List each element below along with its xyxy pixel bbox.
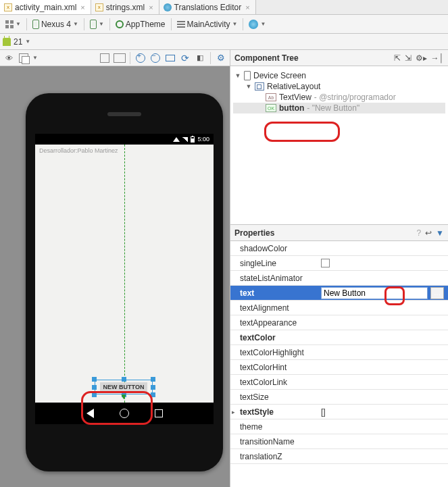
- ellipsis-button[interactable]: …: [430, 287, 444, 299]
- prop-row-textcolorhighlight[interactable]: textColorHighlight: [230, 345, 448, 360]
- xml-icon: x: [95, 3, 103, 11]
- checkbox[interactable]: [321, 259, 330, 267]
- device-label: Nexus 4: [41, 20, 71, 29]
- device-icon: [244, 71, 251, 80]
- tab-label: strings.xml: [106, 3, 145, 12]
- panel-title: Component Tree: [234, 53, 299, 63]
- prop-row-textsize[interactable]: textSize: [230, 390, 448, 405]
- filter-icon[interactable]: ▼: [436, 228, 444, 238]
- tree-label: TextView: [279, 93, 312, 102]
- prop-row-singleline[interactable]: singleLine: [230, 256, 448, 271]
- prop-row-textalignment[interactable]: textAlignment: [230, 301, 448, 315]
- component-tree[interactable]: ▼ Device Screen ▼ RelativeLayout Ab Text…: [230, 66, 448, 118]
- device-dd[interactable]: Nexus 4▼: [30, 18, 81, 30]
- prop-row-textstyle[interactable]: ▸textStyle[]: [230, 405, 448, 419]
- tree-label: Device Screen: [253, 71, 306, 80]
- tree-ref: - @string/programador: [314, 93, 396, 102]
- zoom-out-button[interactable]: [149, 52, 161, 64]
- gear-icon[interactable]: ⚙: [215, 52, 227, 64]
- close-icon[interactable]: ×: [147, 3, 154, 11]
- viewport-button[interactable]: [114, 52, 126, 64]
- prop-row-textcolor[interactable]: textColor: [230, 330, 448, 345]
- signal-icon: [182, 137, 188, 142]
- api-label: 21: [14, 37, 22, 47]
- api-toolbar: 21▼: [0, 34, 448, 50]
- prop-row-textcolorlink[interactable]: textColorLink: [230, 375, 448, 390]
- wifi-icon: [173, 137, 180, 142]
- tab-label: Translations Editor: [174, 3, 242, 12]
- prop-row-transitionname[interactable]: transitionName: [230, 434, 448, 449]
- component-tree-header: Component Tree ⇱ ⇲ ⚙▸ →│: [230, 50, 448, 66]
- grid-icon: [5, 20, 14, 28]
- button-icon: OK: [266, 104, 276, 112]
- file-tab-translations[interactable]: Translations Editor ×: [159, 0, 256, 14]
- tree-row-device[interactable]: ▼ Device Screen: [233, 70, 445, 81]
- zoom-in-button[interactable]: [134, 52, 147, 64]
- home-icon[interactable]: [120, 409, 129, 418]
- prop-row-text[interactable]: text …: [230, 286, 448, 301]
- phone-icon: [32, 20, 39, 29]
- tree-row-layout[interactable]: ▼ RelativeLayout: [233, 81, 445, 92]
- locale-dd[interactable]: ▼: [246, 18, 268, 30]
- orientation-dd[interactable]: ▼: [87, 18, 107, 30]
- device-screen[interactable]: 5:00 Desarrollador:Pablo Martinez NEW BU…: [35, 134, 214, 424]
- activity-label: MainActivity: [187, 20, 230, 29]
- prop-row-translationz[interactable]: translationZ: [230, 449, 448, 464]
- tree-row-textview[interactable]: Ab TextView - @string/programador: [233, 92, 445, 103]
- properties-list[interactable]: shadowColor singleLine stateListAnimator…: [230, 241, 448, 487]
- android-navbar: [35, 403, 214, 424]
- design-canvas[interactable]: 5:00 Desarrollador:Pablo Martinez NEW BU…: [0, 66, 230, 487]
- theme-icon: [116, 20, 124, 28]
- file-tab-strings[interactable]: x strings.xml ×: [91, 0, 159, 14]
- prop-row-theme[interactable]: theme: [230, 419, 448, 434]
- refresh-button[interactable]: ⟳: [179, 52, 191, 64]
- properties-header: Properties ? ↩ ▼: [230, 225, 448, 241]
- textstyle-value: []: [317, 407, 448, 417]
- undo-icon[interactable]: ↩: [425, 228, 432, 238]
- guideline: [124, 145, 125, 403]
- tree-ref: - "New Button": [307, 103, 359, 113]
- annotation-box: [264, 122, 340, 142]
- recents-icon[interactable]: [155, 409, 163, 417]
- activity-dd[interactable]: MainActivity▼: [174, 18, 241, 30]
- screenshot-button[interactable]: ◧: [194, 52, 206, 64]
- prop-row-shadowcolor[interactable]: shadowColor: [230, 241, 448, 256]
- globe-icon: [249, 20, 258, 29]
- tree-row-button[interactable]: OK button - "New Button": [233, 103, 445, 113]
- zoom-fit-button[interactable]: [164, 52, 176, 64]
- layers-icon[interactable]: [18, 52, 30, 64]
- close-icon[interactable]: ×: [244, 3, 251, 11]
- help-icon[interactable]: ?: [416, 228, 421, 238]
- layout-icon: [255, 82, 264, 91]
- inspect-button[interactable]: [99, 52, 111, 64]
- design-toolbar: ▼ Nexus 4▼ ▼ AppTheme MainActivity▼ ▼: [0, 15, 448, 34]
- gear-icon[interactable]: ⚙▸: [416, 53, 427, 63]
- prop-row-textappearance[interactable]: textAppearance: [230, 315, 448, 330]
- prop-row-textcolorhint[interactable]: textColorHint: [230, 360, 448, 375]
- file-tab-bar: x activity_main.xml × x strings.xml × Tr…: [0, 0, 448, 15]
- android-icon: [3, 38, 11, 46]
- prop-row-statelistanimator[interactable]: stateListAnimator: [230, 271, 448, 286]
- expand-icon[interactable]: ⇱: [394, 53, 401, 63]
- textview-icon: Ab: [266, 93, 276, 101]
- palette-dd[interactable]: ▼: [3, 19, 24, 30]
- battery-icon: [191, 136, 195, 143]
- tab-label: activity_main.xml: [15, 3, 76, 12]
- back-icon[interactable]: [86, 409, 94, 418]
- button-preview-selected[interactable]: NEW BUTTON ▼: [95, 380, 153, 394]
- theme-label: AppTheme: [126, 20, 166, 29]
- xml-icon: x: [4, 3, 12, 11]
- eye-icon[interactable]: 👁: [3, 52, 15, 64]
- globe-icon: [164, 3, 172, 11]
- text-value-input[interactable]: [321, 287, 428, 299]
- canvas-toolbar: 👁 ▼ ⟳ ◧ ⚙: [0, 50, 230, 66]
- bars-icon: [177, 20, 185, 28]
- panel-title: Properties: [234, 228, 274, 238]
- status-time: 5:00: [197, 136, 209, 143]
- status-bar: 5:00: [35, 134, 214, 145]
- collapse-icon[interactable]: ⇲: [405, 53, 412, 63]
- theme-dd[interactable]: AppTheme: [113, 18, 168, 30]
- file-tab-activity-main[interactable]: x activity_main.xml ×: [0, 0, 91, 14]
- close-icon[interactable]: ×: [79, 3, 86, 11]
- minimize-icon[interactable]: →│: [431, 53, 445, 63]
